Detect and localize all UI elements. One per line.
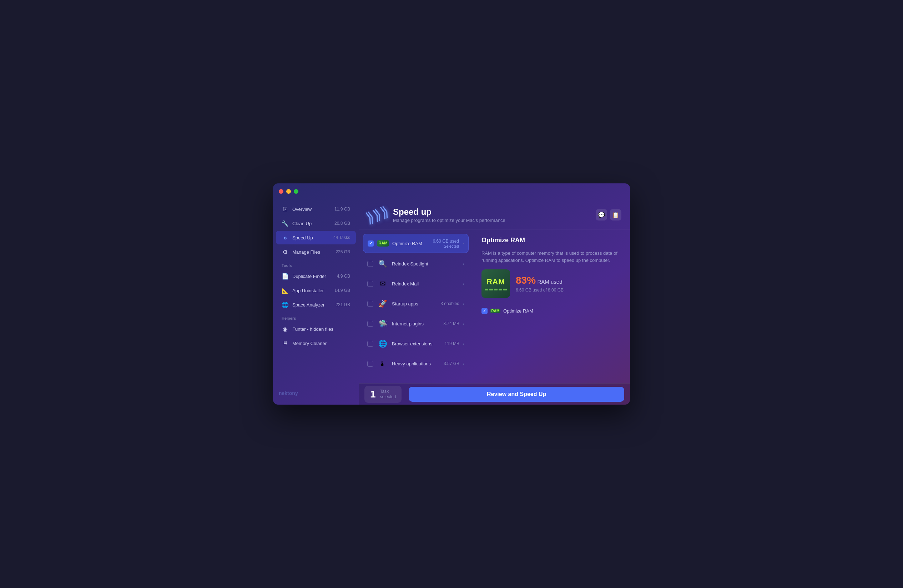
content-area: ☑ Overview 11.9 GB 🔧 Clean Up 20.8 GB » … — [273, 199, 630, 405]
mail-task-icon: ✉ — [377, 278, 388, 289]
sidebar: ☑ Overview 11.9 GB 🔧 Clean Up 20.8 GB » … — [273, 199, 359, 405]
review-speed-up-button[interactable]: Review and Speed Up — [409, 387, 624, 402]
detail-description: RAM is a type of computer memory that is… — [481, 250, 621, 264]
ram-slot-3 — [494, 289, 497, 291]
sidebar-label-duplicate: Duplicate Finder — [292, 274, 326, 279]
task-selected-line1: Task — [380, 389, 396, 394]
sidebar-value-managefiles: 225 GB — [335, 249, 350, 255]
arrows-icon: ⟫⟫⟫ — [363, 203, 391, 226]
sidebar-item-uninstaller[interactable]: 📐 App Uninstaller 14.9 GB — [276, 284, 356, 297]
sidebar-label-memory: Memory Cleaner — [292, 341, 327, 346]
optimize-icon: RAM — [491, 307, 500, 315]
close-button[interactable] — [279, 189, 283, 194]
task-checkbox-spotlight[interactable] — [367, 261, 373, 267]
task-item-mail[interactable]: ✉ Reindex Mail › — [363, 274, 469, 293]
memory-icon: 🖥 — [282, 340, 289, 347]
ram-task-icon: RAM — [377, 237, 389, 249]
detail-title: Optimize RAM — [481, 237, 621, 244]
task-value-optimize-ram: 6.60 GB used — [433, 239, 459, 244]
task-item-plugins[interactable]: 🛸 Internet plugins 3.74 MB › — [363, 314, 469, 333]
sidebar-item-overview[interactable]: ☑ Overview 11.9 GB — [276, 202, 356, 216]
bottom-bar: 1 Task selected Review and Speed Up — [359, 383, 630, 405]
task-label-startup: Startup apps — [392, 301, 437, 307]
helpers-section-label: Helpers — [273, 312, 359, 322]
task-item-heavy[interactable]: 🌡 Heavy applications 3.57 GB › — [363, 354, 469, 373]
minimize-button[interactable] — [286, 189, 291, 194]
tools-section-label: Tools — [273, 259, 359, 269]
task-selected-line2: selected — [380, 394, 396, 399]
sidebar-value-duplicate: 4.9 GB — [337, 274, 350, 279]
ram-slot-4 — [499, 289, 502, 291]
ram-chip-label: RAM — [486, 277, 505, 286]
sidebar-value-cleanup: 20.8 GB — [334, 221, 350, 226]
uninstaller-icon: 📐 — [282, 287, 289, 294]
sidebar-label-uninstaller: App Uninstaller — [292, 288, 324, 293]
task-value-plugins: 3.74 MB — [443, 321, 459, 326]
task-value-group: 6.60 GB used Selected — [433, 239, 459, 248]
sidebar-item-duplicate[interactable]: 📄 Duplicate Finder 4.9 GB — [276, 269, 356, 283]
list-button[interactable]: 📋 — [610, 209, 621, 220]
ram-percent-label: RAM used — [538, 279, 563, 285]
ram-slots — [485, 289, 507, 291]
maximize-button[interactable] — [294, 189, 298, 194]
ram-percent: 83% — [516, 275, 536, 286]
sidebar-value-uninstaller: 14.9 GB — [334, 288, 350, 293]
optimize-row: RAM Optimize RAM — [481, 303, 621, 318]
sidebar-label-managefiles: Manage Files — [292, 249, 320, 255]
app-window: ☑ Overview 11.9 GB 🔧 Clean Up 20.8 GB » … — [273, 183, 630, 405]
sidebar-item-space[interactable]: 🌐 Space Analyzer 221 GB — [276, 298, 356, 311]
sidebar-item-managefiles[interactable]: ⚙ Manage Files 225 GB — [276, 245, 356, 259]
nektony-logo: nektony — [273, 387, 359, 399]
sidebar-value-speedup: 44 Tasks — [334, 235, 350, 240]
task-item-optimize-ram[interactable]: RAM Optimize RAM 6.60 GB used Selected › — [363, 234, 469, 253]
task-item-startup[interactable]: 🚀 Startup apps 3 enabled › — [363, 294, 469, 313]
task-label-plugins: Internet plugins — [392, 321, 440, 327]
overview-icon: ☑ — [282, 206, 289, 213]
task-checkbox-plugins[interactable] — [367, 321, 373, 327]
sidebar-item-funter[interactable]: ◉ Funter - hidden files — [276, 322, 356, 336]
ram-slot-1 — [485, 289, 488, 291]
optimize-checkbox[interactable] — [481, 308, 488, 314]
sidebar-label-overview: Overview — [292, 207, 311, 212]
main-area: ⟫⟫⟫ Speed up Manage programs to optimize… — [359, 199, 630, 405]
ram-slot-5 — [503, 289, 507, 291]
space-icon: 🌐 — [282, 301, 289, 308]
ram-percent-display: 83% RAM used — [516, 275, 563, 286]
task-checkbox-optimize-ram[interactable] — [368, 241, 374, 247]
browser-task-icon: 🌐 — [377, 338, 388, 349]
page-title: Speed up — [393, 207, 505, 217]
task-badge-optimize-ram: Selected — [444, 244, 459, 248]
task-label-heavy: Heavy applications — [392, 361, 440, 366]
sidebar-value-space: 221 GB — [335, 302, 350, 307]
sidebar-item-speedup[interactable]: » Speed Up 44 Tasks — [276, 231, 356, 244]
sidebar-item-cleanup[interactable]: 🔧 Clean Up 20.8 GB — [276, 217, 356, 230]
page-subtitle: Manage programs to optimize your Mac's p… — [393, 218, 505, 223]
sidebar-item-memory[interactable]: 🖥 Memory Cleaner — [276, 336, 356, 350]
arrow-icon-2: › — [463, 281, 464, 286]
arrow-icon-3: › — [463, 301, 464, 306]
task-counter: 1 Task selected — [364, 386, 401, 403]
heavy-task-icon: 🌡 — [377, 358, 388, 369]
arrow-icon-4: › — [463, 321, 464, 326]
speedup-icon: » — [282, 234, 289, 241]
task-label-spotlight: Reindex Spotlight — [392, 261, 459, 267]
task-checkbox-heavy[interactable] — [367, 361, 373, 367]
ram-used-detail: 6.60 GB used of 8.00 GB — [516, 288, 563, 292]
task-checkbox-mail[interactable] — [367, 281, 373, 287]
task-checkbox-startup[interactable] — [367, 301, 373, 307]
task-item-browser[interactable]: 🌐 Browser extensions 119 MB › — [363, 334, 469, 353]
duplicate-icon: 📄 — [282, 273, 289, 280]
ram-chip: RAM — [481, 269, 510, 298]
chat-button[interactable]: 💬 — [596, 209, 607, 220]
header-text: Speed up Manage programs to optimize you… — [393, 207, 505, 223]
ram-stats: 83% RAM used 6.60 GB used of 8.00 GB — [516, 275, 563, 292]
arrow-icon-1: › — [463, 261, 464, 266]
main-header: ⟫⟫⟫ Speed up Manage programs to optimize… — [359, 199, 630, 230]
sidebar-value-overview: 11.9 GB — [334, 207, 350, 212]
sidebar-label-speedup: Speed Up — [292, 235, 313, 241]
task-checkbox-browser[interactable] — [367, 341, 373, 347]
arrow-icon-0: › — [463, 241, 464, 246]
task-value-browser: 119 MB — [445, 341, 459, 346]
task-item-spotlight[interactable]: 🔍 Reindex Spotlight › — [363, 255, 469, 273]
traffic-lights — [279, 189, 298, 194]
